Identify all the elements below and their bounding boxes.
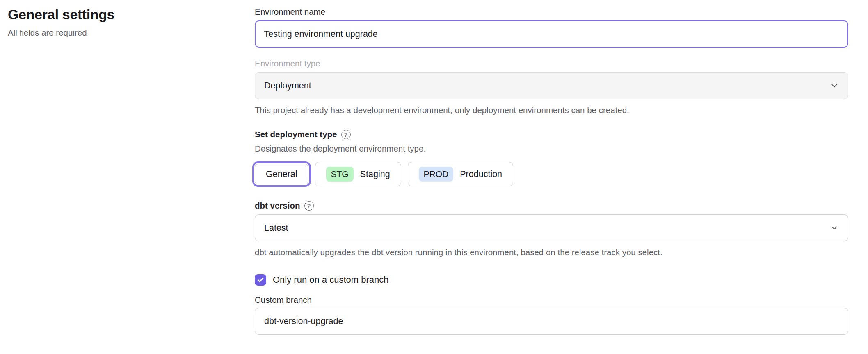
- checkmark-icon: [256, 276, 265, 284]
- environment-type-value: Deployment: [264, 81, 311, 91]
- environment-type-select: Deployment: [255, 72, 848, 99]
- deployment-type-options: General STG Staging PROD Production: [255, 161, 848, 188]
- deployment-type-option-staging-label: Staging: [360, 169, 390, 179]
- page-subtitle: All fields are required: [8, 28, 255, 38]
- settings-header: General settings All fields are required: [0, 0, 255, 335]
- environment-name-label: Environment name: [255, 7, 848, 17]
- environment-name-input[interactable]: [255, 20, 848, 48]
- dbt-version-value: Latest: [264, 223, 288, 233]
- custom-branch-label: Custom branch: [255, 295, 848, 305]
- help-icon[interactable]: ?: [341, 130, 351, 139]
- production-badge: PROD: [419, 167, 454, 182]
- environment-type-group: Environment type Deployment This project…: [255, 58, 848, 116]
- deployment-type-label: Set deployment type: [255, 129, 337, 140]
- dbt-version-label: dbt version: [255, 200, 300, 211]
- environment-type-helper: This project already has a development e…: [255, 104, 848, 116]
- deployment-type-option-production[interactable]: PROD Production: [408, 162, 513, 186]
- environment-name-group: Environment name: [255, 7, 848, 48]
- dbt-version-helper: dbt automatically upgrades the dbt versi…: [255, 247, 848, 258]
- deployment-type-option-general-label: General: [266, 169, 297, 179]
- deployment-type-option-staging[interactable]: STG Staging: [315, 162, 401, 186]
- page-title: General settings: [8, 7, 255, 23]
- environment-settings-form: Environment name Environment type Deploy…: [255, 0, 848, 335]
- environment-type-label: Environment type: [255, 58, 848, 69]
- dbt-version-select[interactable]: Latest: [255, 214, 848, 241]
- deployment-type-option-production-label: Production: [460, 169, 502, 179]
- chevron-down-icon: [830, 81, 839, 90]
- deployment-type-helper: Designates the deployment environment ty…: [255, 143, 848, 154]
- staging-badge: STG: [326, 167, 354, 182]
- custom-branch-group: Custom branch: [255, 295, 848, 335]
- dbt-version-group: dbt version ? Latest dbt automatically u…: [255, 200, 848, 258]
- custom-branch-toggle-row: Only run on a custom branch: [255, 274, 848, 286]
- deployment-type-option-general[interactable]: General: [255, 164, 308, 184]
- custom-branch-checkbox[interactable]: [255, 274, 266, 286]
- help-icon[interactable]: ?: [304, 201, 314, 211]
- chevron-down-icon: [830, 223, 839, 232]
- custom-branch-input[interactable]: [255, 308, 848, 335]
- custom-branch-toggle-label[interactable]: Only run on a custom branch: [273, 275, 388, 285]
- page: General settings All fields are required…: [0, 0, 868, 335]
- deployment-type-group: Set deployment type ? Designates the dep…: [255, 129, 848, 188]
